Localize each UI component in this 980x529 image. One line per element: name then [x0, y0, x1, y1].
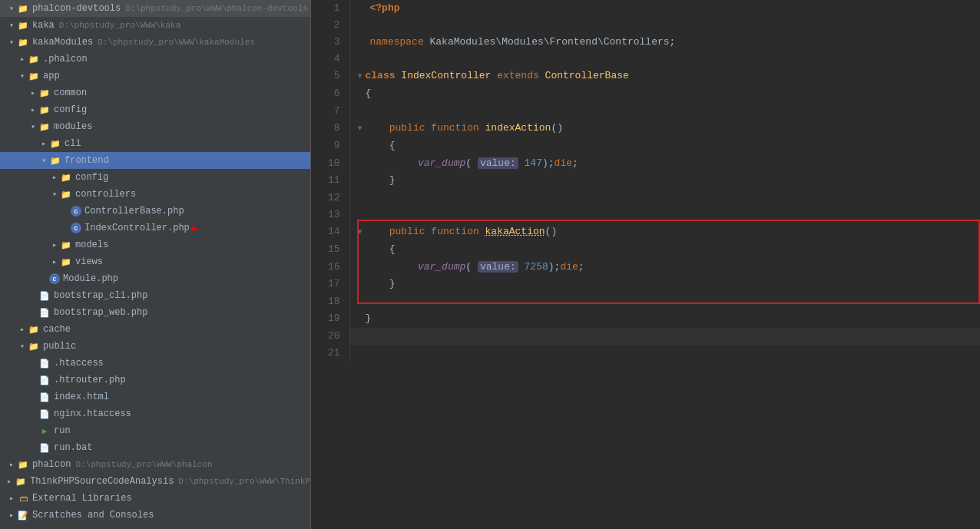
line-number: 1	[311, 0, 349, 17]
file-tree[interactable]: 📁 phalcon-devtools D:\phpstudy_pro\WWW\p…	[0, 0, 311, 529]
tree-label: frontend	[65, 155, 109, 166]
tree-item-controllers[interactable]: 📁 controllers	[0, 186, 310, 203]
tree-arrow	[38, 139, 49, 148]
run-icon: ▶	[38, 425, 51, 437]
code-editor[interactable]: 1<?php23namespace KakaModules\Modules\Fr…	[311, 0, 980, 529]
folder-icon: 📁	[60, 256, 72, 268]
tree-item-kaka[interactable]: 📁 kaka D:\phpstudy_pro\WWW\kaka	[0, 17, 310, 34]
tree-label: run	[54, 425, 71, 436]
line-content[interactable]: ▼ }	[349, 172, 980, 190]
line-content[interactable]	[349, 207, 980, 223]
tree-item-controllerbase[interactable]: C ControllerBase.php	[0, 203, 310, 220]
line-content[interactable]: ▼ {	[349, 137, 980, 155]
tree-item-app[interactable]: 📁 app	[0, 68, 310, 84]
code-line: 21	[311, 345, 980, 362]
line-content[interactable]	[349, 190, 980, 207]
code-line: 4	[311, 51, 980, 68]
line-content[interactable]: ▼ {	[349, 241, 980, 259]
line-content[interactable]: ▼ public function indexAction()	[349, 120, 980, 137]
code-line: 12	[311, 190, 980, 207]
line-number: 21	[311, 345, 349, 362]
tree-item-htrouter[interactable]: 📄 .htrouter.php	[0, 372, 310, 388]
line-content[interactable]	[349, 103, 980, 120]
tree-item-module[interactable]: C Module.php	[0, 270, 310, 287]
tree-item-cache[interactable]: 📁 cache	[0, 321, 310, 338]
line-content[interactable]: ▼{	[349, 85, 980, 103]
tree-item-common[interactable]: 📁 common	[0, 84, 310, 101]
tree-item-scratches[interactable]: 📝 Scratches and Consoles	[0, 507, 310, 524]
line-content[interactable]: var_dump( value: 7258);die;	[349, 259, 980, 276]
line-content[interactable]: <?php	[349, 0, 980, 17]
code-line: 13	[311, 207, 980, 223]
php-icon: C	[71, 223, 81, 233]
code-line: 11▼ }	[311, 172, 980, 190]
tree-item-frontend[interactable]: 📁 frontend	[0, 152, 310, 169]
tree-item-index-html[interactable]: 📄 index.html	[0, 388, 310, 405]
line-content[interactable]: var_dump( value: 147);die;	[349, 155, 980, 172]
tree-item-cli[interactable]: 📁 cli	[0, 135, 310, 152]
line-content[interactable]	[349, 51, 980, 68]
line-content[interactable]	[349, 345, 980, 362]
tree-arrow	[6, 38, 17, 47]
line-content[interactable]	[349, 293, 980, 310]
line-content[interactable]: ▼ public function kakaAction()	[349, 223, 980, 241]
folder-icon: 📁	[28, 323, 40, 336]
line-content[interactable]: ▼}	[349, 310, 980, 328]
folder-icon: 📁	[49, 137, 61, 150]
fold-icon[interactable]: ▼	[358, 124, 366, 133]
folder-icon: 📁	[38, 87, 51, 99]
tree-item-models[interactable]: 📁 models	[0, 236, 310, 253]
line-content[interactable]	[349, 328, 980, 345]
line-number: 3	[311, 34, 349, 51]
php-icon: C	[49, 273, 60, 284]
tree-item-kakaModules[interactable]: 📁 kakaModules D:\phpstudy_pro\WWW\kakaMo…	[0, 34, 310, 51]
tree-label: IndexController.php	[84, 223, 190, 233]
line-number: 8	[311, 120, 349, 137]
tree-arrow	[17, 342, 28, 351]
tree-label: modules	[54, 121, 92, 132]
fold-icon[interactable]: ▼	[358, 72, 366, 81]
tree-item-bootstrap-web[interactable]: 📄 bootstrap_web.php	[0, 304, 310, 321]
folder-icon: 📁	[28, 70, 40, 82]
tree-item-indexcontroller[interactable]: C IndexController.php ➜	[0, 220, 310, 236]
code-line: 16 var_dump( value: 7258);die;	[311, 259, 980, 276]
tree-item-config-fe[interactable]: 📁 config	[0, 169, 310, 186]
line-content[interactable]: namespace KakaModules\Modules\Frontend\C…	[349, 34, 980, 51]
tree-item-thinkphp[interactable]: 📁 ThinkPHPSourceCodeAnalysis D:\phpstudy…	[0, 473, 310, 490]
tree-item-dotphalcon[interactable]: 📁 .phalcon	[0, 51, 310, 68]
tree-label: .phalcon	[43, 54, 88, 64]
project-icon: 📁	[17, 19, 29, 31]
tree-label: Scratches and Consoles	[32, 510, 154, 521]
php-file-icon: 📄	[38, 289, 51, 302]
tree-label: ThinkPHPSourceCodeAnalysis	[30, 476, 174, 487]
folder-icon: 📁	[60, 171, 72, 183]
tree-arrow	[49, 190, 60, 199]
line-number: 9	[311, 137, 349, 155]
tree-item-public[interactable]: 📁 public	[0, 338, 310, 355]
tree-item-runbat[interactable]: 📄 run.bat	[0, 439, 310, 456]
tree-item-external-libraries[interactable]: 🗃 External Libraries	[0, 490, 310, 507]
code-line: 14▼ public function kakaAction()	[311, 223, 980, 241]
tree-path: D:\phpstudy_pro\WWW\kakaModules	[98, 38, 255, 47]
code-line: 8▼ public function indexAction()	[311, 120, 980, 137]
tree-item-phalcon-devtools[interactable]: 📁 phalcon-devtools D:\phpstudy_pro\WWW\p…	[0, 0, 310, 17]
line-number: 12	[311, 190, 349, 207]
tree-item-nginx[interactable]: 📄 nginx.htaccess	[0, 405, 310, 422]
tree-item-htaccess[interactable]: 📄 .htaccess	[0, 355, 310, 372]
line-content[interactable]	[349, 17, 980, 34]
tree-item-modules[interactable]: 📁 modules	[0, 118, 310, 135]
tree-arrow	[17, 55, 28, 64]
line-number: 20	[311, 328, 349, 345]
code-line: 9▼ {	[311, 137, 980, 155]
line-content[interactable]: ▼class IndexController extends Controlle…	[349, 68, 980, 85]
code-line: 5▼class IndexController extends Controll…	[311, 68, 980, 85]
fold-icon[interactable]: ▼	[358, 228, 366, 236]
tree-item-bootstrap-cli[interactable]: 📄 bootstrap_cli.php	[0, 287, 310, 304]
tree-item-phalcon-proj[interactable]: 📁 phalcon D:\phpstudy_pro\WWW\phalcon	[0, 456, 310, 473]
tree-item-views[interactable]: 📁 views	[0, 253, 310, 270]
tree-label: models	[75, 240, 108, 250]
line-content[interactable]: ▼ }	[349, 276, 980, 293]
tree-item-config-app[interactable]: 📁 config	[0, 101, 310, 118]
tree-path: D:\phpstudy_pro\WWW\phalcon	[75, 460, 212, 469]
tree-item-run[interactable]: ▶ run	[0, 422, 310, 439]
